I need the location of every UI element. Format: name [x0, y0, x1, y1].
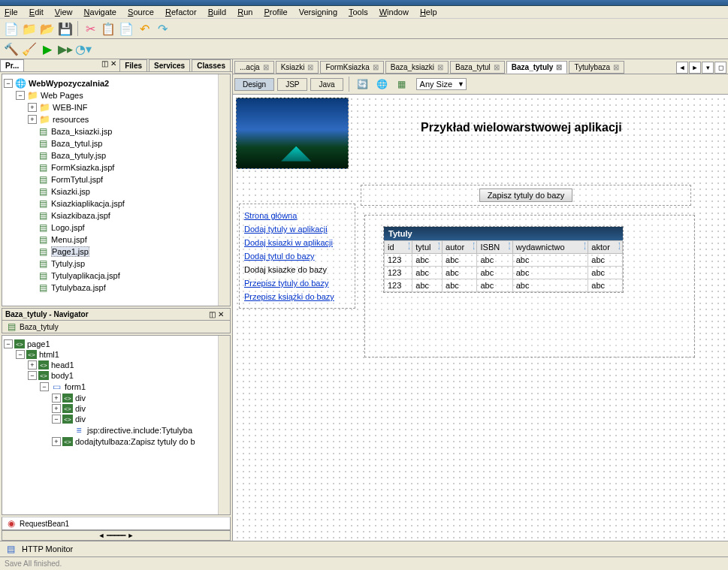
menu-view[interactable]: View — [55, 8, 73, 17]
navigator-root[interactable]: ▤ Baza_tytuly — [2, 321, 231, 333]
nav-action[interactable]: + <> dodajtytulbaza:Zapisz tytuly do b — [4, 436, 228, 447]
nav-link[interactable]: Dodaj tytul do bazy — [244, 252, 315, 261]
profile-icon[interactable]: ◔▾ — [75, 41, 92, 57]
file-tab[interactable]: Tytulybaza⊠ — [569, 61, 624, 74]
collapse-icon[interactable]: − — [16, 350, 25, 359]
nav-head1[interactable]: + <> head1 — [4, 360, 228, 370]
menu-profile[interactable]: Profile — [264, 8, 287, 17]
column-header[interactable]: aktor↑↓ — [588, 241, 623, 254]
file-node[interactable]: ▤FormTytul.jspf — [4, 173, 228, 185]
file-node[interactable]: ▤Tytuly.jsp — [4, 258, 228, 270]
nav-link[interactable]: Strona główna — [244, 211, 297, 220]
menu-edit[interactable]: Edit — [29, 8, 44, 17]
nav-body1[interactable]: − <> body1 — [4, 370, 228, 381]
file-node[interactable]: ▤Logo.jspf — [4, 222, 228, 234]
sort-icon[interactable]: ↑↓ — [508, 242, 511, 249]
design-canvas[interactable]: Przykład wielowarstwowej aplikacji Zapis… — [233, 95, 728, 541]
nav-div[interactable]: + <> div — [4, 393, 228, 403]
sort-icon[interactable]: ↑↓ — [473, 242, 476, 249]
file-node[interactable]: ▤Ksiazki.jsp — [4, 185, 228, 198]
nav-link[interactable]: Przepisz tytuly do bazy — [244, 279, 329, 288]
build-icon[interactable]: 🔨 — [3, 41, 20, 57]
file-node[interactable]: ▤Tytulybaza.jspf — [4, 282, 228, 294]
menu-file[interactable]: File — [5, 8, 18, 17]
menu-help[interactable]: Help — [420, 8, 437, 17]
webpages-node[interactable]: − 📁 Web Pages — [4, 89, 228, 101]
scrollbar[interactable] — [218, 336, 230, 514]
file-node[interactable]: ▤Ksiazkibaza.jspf — [4, 210, 228, 222]
file-node[interactable]: ▤Baza_tytuly.jsp — [4, 149, 228, 161]
column-header[interactable]: wydawnictwo↑↓ — [512, 241, 588, 254]
navigator-controls[interactable]: ◫ ✕ — [206, 310, 227, 318]
sort-icon[interactable]: ↑↓ — [438, 242, 441, 249]
tab-classes[interactable]: Classes — [192, 59, 231, 71]
close-icon[interactable]: ⊠ — [437, 63, 443, 71]
nav-link[interactable]: Dodaj ksiazki w aplikacji — [244, 238, 333, 247]
expand-icon[interactable]: + — [28, 103, 37, 112]
close-icon[interactable]: ⊠ — [613, 63, 619, 71]
clean-build-icon[interactable]: 🧹 — [21, 41, 38, 57]
file-node[interactable]: ▤Baza_tytul.jsp — [4, 137, 228, 149]
save-all-icon[interactable]: 💾 — [57, 20, 74, 37]
nav-html1[interactable]: − <> html1 — [4, 349, 228, 360]
undo-icon[interactable]: ↶ — [136, 20, 153, 37]
table-row[interactable]: 123abcabcabcabcabc — [385, 279, 623, 292]
save-titles-button[interactable]: Zapisz tytuly do bazy — [479, 188, 573, 202]
nav-form1[interactable]: − ▭ form1 — [4, 381, 228, 393]
menu-build[interactable]: Build — [208, 8, 226, 17]
project-tree[interactable]: − 🌐 WebWypozyczalnia2 − 📁 Web Pages +📁WE… — [2, 74, 231, 306]
scroll-right-icon[interactable]: ► — [689, 62, 701, 74]
scrollbar[interactable] — [218, 74, 230, 306]
maximize-icon[interactable]: ◻ — [714, 62, 726, 74]
file-tab[interactable]: Baza_tytul⊠ — [450, 61, 505, 74]
close-icon[interactable]: ⊠ — [307, 63, 313, 71]
http-monitor-tab[interactable]: ▤ HTTP Monitor — [0, 541, 728, 556]
menu-source[interactable]: Source — [128, 8, 154, 17]
nav-div[interactable]: − <> div — [4, 414, 228, 424]
sort-icon[interactable]: ↑↓ — [618, 242, 621, 249]
menu-navigate[interactable]: Navigate — [84, 8, 116, 17]
collapse-icon[interactable]: − — [52, 415, 61, 424]
menu-tools[interactable]: Tools — [349, 8, 368, 17]
run-icon[interactable]: ▶ — [39, 41, 56, 57]
file-tab[interactable]: FormKsiazka⊠ — [320, 61, 383, 74]
nav-page1[interactable]: − <> page1 — [4, 339, 228, 349]
navigator-tree[interactable]: − <> page1 − <> html1 + <> head1 − <> bo… — [2, 335, 231, 515]
nav-bean-row[interactable]: ◉ RequestBean1 — [2, 517, 231, 530]
paste-icon[interactable]: 📄 — [118, 20, 134, 37]
nav-link[interactable]: Przepisz książki do bazy — [244, 292, 334, 301]
menu-window[interactable]: Window — [379, 8, 409, 17]
expand-icon[interactable]: + — [28, 360, 37, 369]
dropdown-icon[interactable]: ▾ — [702, 62, 714, 74]
scroll-left-icon[interactable]: ◄ — [676, 62, 688, 74]
file-node[interactable]: ▤Tytulyaplikacja.jspf — [4, 270, 228, 282]
collapse-icon[interactable]: − — [4, 79, 13, 88]
collapse-icon[interactable]: − — [40, 382, 49, 391]
menu-refactor[interactable]: Refactor — [165, 8, 197, 17]
file-node[interactable]: ▤Page1.jsp — [4, 246, 228, 258]
file-tab[interactable]: Baza_ksiazki⊠ — [385, 61, 449, 74]
close-icon[interactable]: ⊠ — [373, 63, 379, 71]
tab-controls[interactable]: ◫ ✕ — [98, 59, 119, 71]
table-row[interactable]: 123abcabcabcabcabc — [385, 254, 623, 267]
new-project-icon[interactable]: 📁 — [21, 20, 38, 37]
nav-include[interactable]: ≡ jsp:directive.include:Tytulyba — [4, 424, 228, 436]
refresh-icon[interactable]: 🔄 — [355, 76, 371, 92]
file-node[interactable]: ▤FormKsiazka.jspf — [4, 161, 228, 173]
new-file-icon[interactable]: 📄 — [3, 20, 20, 37]
expand-icon[interactable]: + — [52, 394, 61, 403]
nav-link[interactable]: Dodaj tytuly w aplikacji — [244, 225, 328, 234]
folder-node[interactable]: +📁resources — [4, 113, 228, 125]
mode-design[interactable]: Design — [234, 78, 274, 91]
mode-jsp[interactable]: JSP — [277, 78, 307, 91]
debug-icon[interactable]: ▶▸ — [57, 41, 74, 57]
file-tab[interactable]: Baza_tytuly⊠ — [506, 61, 568, 74]
column-header[interactable]: autor↑↓ — [443, 241, 477, 254]
folder-node[interactable]: +📁WEB-INF — [4, 101, 228, 113]
nav-div[interactable]: + <> div — [4, 403, 228, 414]
expand-icon[interactable]: + — [52, 404, 61, 413]
close-icon[interactable]: ⊠ — [263, 63, 269, 71]
collapse-icon[interactable]: − — [4, 339, 13, 348]
tab-files[interactable]: Files — [119, 59, 147, 71]
hscrollbar[interactable]: ◄ ━━━━━ ► — [2, 530, 231, 541]
